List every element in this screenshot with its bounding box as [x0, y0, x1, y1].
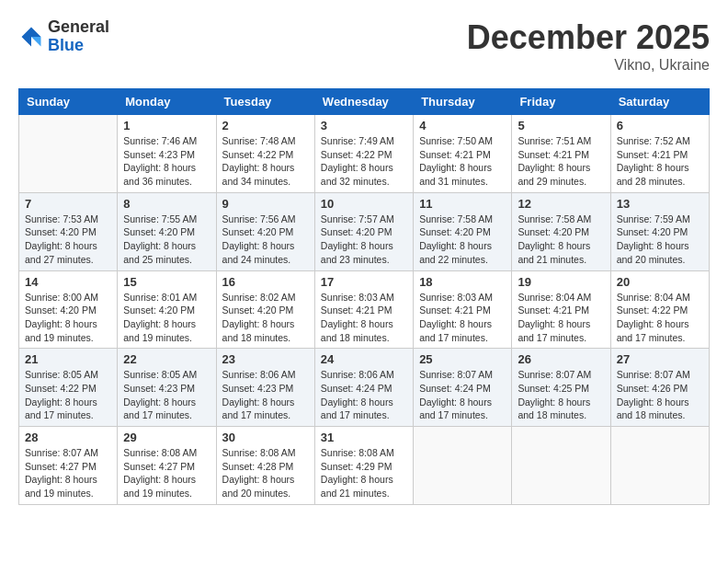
- day-number: 15: [123, 275, 210, 289]
- calendar-cell: 9Sunrise: 7:56 AMSunset: 4:20 PMDaylight…: [216, 192, 314, 270]
- day-number: 17: [321, 275, 407, 289]
- day-info: Sunrise: 8:07 AMSunset: 4:27 PMDaylight:…: [25, 446, 111, 500]
- calendar-cell: 23Sunrise: 8:06 AMSunset: 4:23 PMDayligh…: [216, 349, 314, 427]
- calendar-cell: 5Sunrise: 7:51 AMSunset: 4:21 PMDaylight…: [512, 115, 610, 193]
- weekday-header-friday: Friday: [512, 89, 610, 115]
- day-number: 28: [25, 431, 111, 444]
- day-info: Sunrise: 8:06 AMSunset: 4:23 PMDaylight:…: [222, 368, 309, 422]
- day-number: 20: [617, 275, 703, 289]
- day-number: 22: [123, 352, 210, 366]
- day-number: 6: [617, 119, 703, 132]
- calendar-table: SundayMondayTuesdayWednesdayThursdayFrid…: [18, 88, 710, 505]
- day-number: 3: [321, 119, 407, 132]
- logo-text: General Blue: [48, 18, 109, 55]
- calendar-cell: 16Sunrise: 8:02 AMSunset: 4:20 PMDayligh…: [216, 270, 314, 349]
- day-info: Sunrise: 7:50 AMSunset: 4:21 PMDaylight:…: [419, 134, 506, 189]
- day-info: Sunrise: 7:52 AMSunset: 4:21 PMDaylight:…: [617, 134, 703, 189]
- day-info: Sunrise: 7:46 AMSunset: 4:23 PMDaylight:…: [123, 134, 210, 189]
- day-number: 27: [617, 352, 703, 366]
- calendar-cell: 2Sunrise: 7:48 AMSunset: 4:22 PMDaylight…: [216, 115, 314, 193]
- day-info: Sunrise: 8:02 AMSunset: 4:20 PMDaylight:…: [222, 291, 309, 345]
- day-info: Sunrise: 7:57 AMSunset: 4:20 PMDaylight:…: [321, 213, 407, 267]
- day-info: Sunrise: 7:53 AMSunset: 4:20 PMDaylight:…: [25, 213, 111, 267]
- calendar-cell: 31Sunrise: 8:08 AMSunset: 4:29 PMDayligh…: [314, 427, 413, 505]
- day-number: 10: [321, 197, 407, 211]
- calendar-cell: [610, 427, 709, 505]
- calendar-cell: 20Sunrise: 8:04 AMSunset: 4:22 PMDayligh…: [610, 270, 709, 349]
- month-title: December 2025: [467, 18, 710, 57]
- calendar-week-row: 14Sunrise: 8:00 AMSunset: 4:20 PMDayligh…: [19, 270, 710, 349]
- day-info: Sunrise: 7:56 AMSunset: 4:20 PMDaylight:…: [222, 213, 309, 267]
- day-info: Sunrise: 8:06 AMSunset: 4:24 PMDaylight:…: [321, 368, 407, 422]
- calendar-cell: 17Sunrise: 8:03 AMSunset: 4:21 PMDayligh…: [314, 270, 413, 349]
- logo-general-text: General: [48, 18, 109, 37]
- day-info: Sunrise: 7:49 AMSunset: 4:22 PMDaylight:…: [321, 134, 407, 189]
- weekday-header-saturday: Saturday: [610, 89, 709, 115]
- logo: General Blue: [18, 18, 109, 55]
- calendar-week-row: 7Sunrise: 7:53 AMSunset: 4:20 PMDaylight…: [19, 192, 710, 270]
- page-header: General Blue December 2025 Vikno, Ukrain…: [18, 18, 710, 74]
- calendar-cell: 28Sunrise: 8:07 AMSunset: 4:27 PMDayligh…: [19, 427, 118, 505]
- calendar-cell: [414, 427, 512, 505]
- day-info: Sunrise: 8:05 AMSunset: 4:23 PMDaylight:…: [123, 368, 210, 422]
- day-info: Sunrise: 7:58 AMSunset: 4:20 PMDaylight:…: [419, 213, 506, 267]
- day-info: Sunrise: 8:00 AMSunset: 4:20 PMDaylight:…: [25, 291, 111, 345]
- day-info: Sunrise: 8:03 AMSunset: 4:21 PMDaylight:…: [419, 291, 506, 345]
- day-info: Sunrise: 7:55 AMSunset: 4:20 PMDaylight:…: [123, 213, 210, 267]
- calendar-cell: 3Sunrise: 7:49 AMSunset: 4:22 PMDaylight…: [314, 115, 413, 193]
- day-info: Sunrise: 8:08 AMSunset: 4:28 PMDaylight:…: [222, 446, 309, 500]
- weekday-header-wednesday: Wednesday: [314, 89, 413, 115]
- calendar-cell: 13Sunrise: 7:59 AMSunset: 4:20 PMDayligh…: [610, 192, 709, 270]
- day-number: 19: [518, 275, 604, 289]
- day-info: Sunrise: 8:04 AMSunset: 4:21 PMDaylight:…: [518, 291, 604, 345]
- day-number: 16: [222, 275, 309, 289]
- calendar-cell: 19Sunrise: 8:04 AMSunset: 4:21 PMDayligh…: [512, 270, 610, 349]
- calendar-week-row: 21Sunrise: 8:05 AMSunset: 4:22 PMDayligh…: [19, 349, 710, 427]
- day-number: 18: [419, 275, 506, 289]
- calendar-cell: 26Sunrise: 8:07 AMSunset: 4:25 PMDayligh…: [512, 349, 610, 427]
- calendar-cell: 29Sunrise: 8:08 AMSunset: 4:27 PMDayligh…: [118, 427, 216, 505]
- calendar-week-row: 1Sunrise: 7:46 AMSunset: 4:23 PMDaylight…: [19, 115, 710, 193]
- calendar-cell: 12Sunrise: 7:58 AMSunset: 4:20 PMDayligh…: [512, 192, 610, 270]
- weekday-header-tuesday: Tuesday: [216, 89, 314, 115]
- day-info: Sunrise: 7:59 AMSunset: 4:20 PMDaylight:…: [617, 213, 703, 267]
- day-number: 30: [222, 431, 309, 444]
- day-number: 14: [25, 275, 111, 289]
- calendar-cell: 6Sunrise: 7:52 AMSunset: 4:21 PMDaylight…: [610, 115, 709, 193]
- day-number: 12: [518, 197, 604, 211]
- weekday-header-thursday: Thursday: [414, 89, 512, 115]
- day-number: 29: [123, 431, 210, 444]
- day-number: 13: [617, 197, 703, 211]
- day-info: Sunrise: 8:07 AMSunset: 4:25 PMDaylight:…: [518, 368, 604, 422]
- svg-marker-1: [31, 37, 41, 47]
- logo-icon: [18, 24, 44, 50]
- day-info: Sunrise: 7:51 AMSunset: 4:21 PMDaylight:…: [518, 134, 604, 189]
- calendar-cell: [19, 115, 118, 193]
- calendar-cell: 1Sunrise: 7:46 AMSunset: 4:23 PMDaylight…: [118, 115, 216, 193]
- calendar-cell: 10Sunrise: 7:57 AMSunset: 4:20 PMDayligh…: [314, 192, 413, 270]
- calendar-week-row: 28Sunrise: 8:07 AMSunset: 4:27 PMDayligh…: [19, 427, 710, 505]
- location: Vikno, Ukraine: [467, 57, 710, 74]
- day-number: 11: [419, 197, 506, 211]
- day-number: 7: [25, 197, 111, 211]
- calendar-cell: 8Sunrise: 7:55 AMSunset: 4:20 PMDaylight…: [118, 192, 216, 270]
- day-number: 21: [25, 352, 111, 366]
- calendar-cell: 21Sunrise: 8:05 AMSunset: 4:22 PMDayligh…: [19, 349, 118, 427]
- day-info: Sunrise: 8:05 AMSunset: 4:22 PMDaylight:…: [25, 368, 111, 422]
- day-info: Sunrise: 8:01 AMSunset: 4:20 PMDaylight:…: [123, 291, 210, 345]
- title-block: December 2025 Vikno, Ukraine: [467, 18, 710, 74]
- day-number: 25: [419, 352, 506, 366]
- day-number: 23: [222, 352, 309, 366]
- calendar-cell: 11Sunrise: 7:58 AMSunset: 4:20 PMDayligh…: [414, 192, 512, 270]
- day-number: 5: [518, 119, 604, 132]
- day-number: 24: [321, 352, 407, 366]
- day-info: Sunrise: 8:07 AMSunset: 4:26 PMDaylight:…: [617, 368, 703, 422]
- calendar-cell: 14Sunrise: 8:00 AMSunset: 4:20 PMDayligh…: [19, 270, 118, 349]
- day-info: Sunrise: 8:03 AMSunset: 4:21 PMDaylight:…: [321, 291, 407, 345]
- calendar-cell: 22Sunrise: 8:05 AMSunset: 4:23 PMDayligh…: [118, 349, 216, 427]
- day-info: Sunrise: 8:07 AMSunset: 4:24 PMDaylight:…: [419, 368, 506, 422]
- day-number: 8: [123, 197, 210, 211]
- calendar-cell: 25Sunrise: 8:07 AMSunset: 4:24 PMDayligh…: [414, 349, 512, 427]
- day-number: 31: [321, 431, 407, 444]
- day-number: 2: [222, 119, 309, 132]
